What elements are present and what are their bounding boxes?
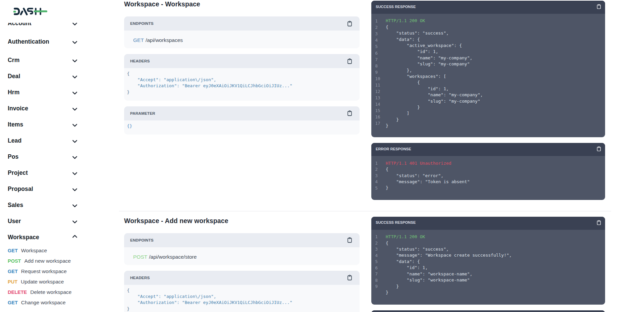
main-content: Workspace - WorkspaceENDPOINTSGET/api/wo… <box>119 0 611 312</box>
code-line: { <box>386 166 470 172</box>
line-numbers: 1234567891011121314151617 <box>375 18 381 137</box>
chevron-down-icon <box>72 92 77 95</box>
code-line: { <box>386 240 512 246</box>
sidebar-subitem-change-workspace[interactable]: GETChange workspace <box>0 297 119 308</box>
endpoint-path: /api/workspace/store <box>149 254 197 260</box>
response-title: SUCCESS RESPONSE <box>376 5 596 9</box>
code-line: "active_workspace": { <box>386 43 483 49</box>
response-body: 12345HTTP/1.1 401 Unauthorized{ "status"… <box>371 156 605 200</box>
response-panel: SUCCESS RESPONSE123456789HTTP/1.1 200 OK… <box>371 217 605 305</box>
sidebar-subitem-label: Update workspace <box>21 279 64 285</box>
sidebar-item-hrm[interactable]: Hrm <box>0 84 119 100</box>
code-line: HTTP/1.1 200 OK <box>386 234 512 240</box>
line-number: 5 <box>375 259 381 265</box>
logo-letter-a-right <box>24 9 27 14</box>
sidebar-item-label: Deal <box>8 73 20 80</box>
copy-icon[interactable] <box>346 58 353 64</box>
code-line: } <box>386 290 512 296</box>
sidebar: AccountAuthenticationCrmDealHrmInvoiceIt… <box>0 0 119 312</box>
sidebar-item-label: Lead <box>8 137 21 144</box>
line-numbers: 123456789 <box>375 234 381 305</box>
sidebar-subitem-add-new-workspace[interactable]: POSTAdd new workspace <box>0 256 119 266</box>
code-line: "message": "Workspace create successfull… <box>386 252 512 258</box>
section-title: Workspace - Add new workspace <box>124 217 360 225</box>
panel-body: {} <box>124 120 360 135</box>
brand-logo[interactable] <box>12 7 48 16</box>
line-number: 14 <box>375 101 381 107</box>
copy-icon[interactable] <box>596 146 602 152</box>
response-header <box>371 310 605 312</box>
code-line: "slug": "my-company" <box>386 61 483 67</box>
code-line: "id": 1, <box>386 86 483 92</box>
line-numbers: 12345 <box>375 160 381 200</box>
doc-section: Workspace - WorkspaceENDPOINTSGET/api/wo… <box>119 0 611 200</box>
chevron-down-icon <box>72 156 77 159</box>
code-line: }, <box>386 67 483 73</box>
sidebar-item-user[interactable]: User <box>0 213 119 229</box>
response-header: ERROR RESPONSE <box>371 143 605 156</box>
line-number: 1 <box>375 18 381 24</box>
code-line: "id": 1, <box>386 265 512 271</box>
response-panel-stub <box>371 310 605 312</box>
sidebar-subitem-request-workspace[interactable]: GETRequest workspace <box>0 266 119 276</box>
copy-icon[interactable] <box>346 110 353 116</box>
copy-icon[interactable] <box>346 20 353 27</box>
copy-icon[interactable] <box>346 274 353 281</box>
chevron-down-icon <box>72 23 77 25</box>
sidebar-subitem-update-workspace[interactable]: PUTUpdate workspace <box>0 276 119 287</box>
line-number: 1 <box>375 160 381 167</box>
response-title: SUCCESS RESPONSE <box>376 220 596 224</box>
copy-icon[interactable] <box>346 237 353 243</box>
chevron-down-icon <box>72 59 77 62</box>
response-body: 123456789HTTP/1.1 200 OK{ "status": "suc… <box>371 230 605 305</box>
line-number: 4 <box>375 253 381 259</box>
code-line: HTTP/1.1 401 Unauthorized <box>386 160 470 166</box>
sidebar-item-workspace[interactable]: Workspace <box>0 229 119 245</box>
sidebar-item-proposal[interactable]: Proposal <box>0 181 119 197</box>
sidebar-item-label: Hrm <box>8 89 19 96</box>
code-line: } <box>386 104 483 110</box>
code-line: "id": 1, <box>386 49 483 55</box>
code-line: } <box>386 123 483 129</box>
response-header: SUCCESS RESPONSE <box>371 217 605 230</box>
sidebar-item-label: Authentication <box>8 38 49 45</box>
chevron-down-icon <box>72 75 77 79</box>
code-line: { <box>386 80 483 86</box>
code-line: "status": "error", <box>386 173 470 179</box>
chevron-down-icon <box>72 220 77 223</box>
sidebar-item-lead[interactable]: Lead <box>0 133 119 149</box>
sidebar-item-crm[interactable]: Crm <box>0 52 119 68</box>
line-number: 6 <box>375 50 381 56</box>
line-number: 2 <box>375 166 381 173</box>
sidebar-subitem-workspace[interactable]: GETWorkspace <box>0 245 119 256</box>
sidebar-item-account[interactable]: Account <box>0 23 119 31</box>
code-line: "name": "workspace-name", <box>386 271 512 277</box>
sidebar-item-deal[interactable]: Deal <box>0 68 119 84</box>
panel-title: PARAMETER <box>130 111 346 116</box>
sidebar-item-sales[interactable]: Sales <box>0 197 119 213</box>
panel-header: ENDPOINTS <box>124 233 360 247</box>
sidebar-item-items[interactable]: Items <box>0 116 119 133</box>
sidebar-item-authentication[interactable]: Authentication <box>0 34 119 50</box>
panel-title: ENDPOINTS <box>130 238 346 243</box>
sidebar-subitem-delete-workspace[interactable]: DELETEDelete workspace <box>0 287 119 297</box>
code-line: "slug": "my-company" <box>386 98 483 104</box>
line-number: 3 <box>375 31 381 37</box>
code-line: "status": "success", <box>386 30 483 36</box>
logo-dot <box>13 11 16 13</box>
http-method: GET <box>133 37 144 43</box>
http-method-badge: GET <box>8 269 18 274</box>
sidebar-item-label: Account <box>8 23 32 27</box>
sidebar-subitem-label: Workspace <box>21 248 47 254</box>
sidebar-item-label: Sales <box>8 202 23 209</box>
sidebar-item-label: User <box>8 218 21 225</box>
response-title: ERROR RESPONSE <box>376 147 596 151</box>
copy-icon[interactable] <box>596 220 602 225</box>
sidebar-item-invoice[interactable]: Invoice <box>0 100 119 116</box>
headers-json: { "Accept": "application\/json", "Author… <box>124 285 360 312</box>
sidebar-item-pos[interactable]: Pos <box>0 149 119 165</box>
copy-icon[interactable] <box>596 4 602 9</box>
sidebar-item-label: Pos <box>8 153 18 160</box>
response-panel: SUCCESS RESPONSE123456789101112131415161… <box>371 1 605 137</box>
sidebar-item-project[interactable]: Project <box>0 165 119 181</box>
